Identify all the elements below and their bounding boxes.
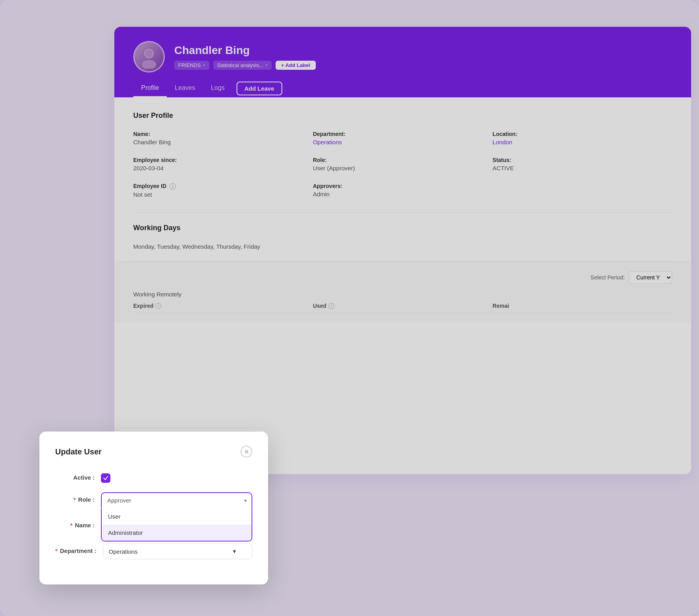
modal-header: Update User ✕ [55, 446, 252, 458]
expired-info-icon: i [155, 303, 161, 309]
name-required-star: * [70, 522, 73, 529]
tag-friends-close[interactable]: × [203, 63, 205, 67]
role-select-wrapper: Approver ▾ User Administrator [101, 492, 252, 508]
role-option-administrator[interactable]: Administrator [102, 525, 252, 541]
working-days-section: Working Days Monday, Tuesday, Wednesday,… [114, 213, 691, 261]
period-label: Select Period: [591, 274, 625, 281]
tab-logs[interactable]: Logs [203, 80, 233, 97]
field-approvers-label: Approvers: [313, 183, 493, 189]
department-select[interactable]: Operations ▾ [103, 543, 252, 559]
dept-chevron-icon: ▾ [233, 548, 236, 555]
field-status: Status: ACTIVE [492, 157, 672, 172]
field-employee-since: Employee since: 2020-03-04 [133, 157, 313, 172]
field-name: Name: Chandler Bing [133, 131, 313, 146]
leave-table-area: Select Period: Current Y Working Remotel… [114, 261, 691, 323]
col-used: Used i [313, 303, 493, 309]
field-role-value: User (Approver) [313, 165, 355, 171]
avatar [133, 41, 165, 73]
field-location-label: Location: [492, 131, 672, 137]
active-checkbox-wrap [101, 470, 252, 483]
used-info-icon: i [328, 303, 334, 309]
field-department: Department: Operations [313, 131, 493, 146]
working-days-value: Monday, Tuesday, Wednesday, Thursday, Fr… [133, 243, 672, 250]
col-remaining: Remai [492, 303, 672, 309]
working-days-title: Working Days [133, 224, 672, 232]
add-label-button[interactable]: + Add Label [276, 61, 316, 70]
dept-required-star: * [55, 547, 58, 554]
add-leave-button[interactable]: Add Leave [237, 82, 282, 95]
user-profile-title: User Profile [133, 112, 672, 120]
tab-profile[interactable]: Profile [133, 80, 167, 97]
svg-point-2 [145, 50, 153, 58]
field-department-value[interactable]: Operations [313, 139, 342, 145]
tag-statistical-label: Statistical analysis... [217, 62, 263, 68]
field-location: Location: London [492, 131, 672, 146]
role-control-wrap: Approver ▾ User Administrator [101, 492, 252, 508]
avatar-image [134, 42, 164, 71]
col-expired: Expired i [133, 303, 313, 309]
department-select-wrapper: Operations ▾ [103, 543, 252, 559]
tab-leaves[interactable]: Leaves [167, 80, 203, 97]
role-option-user[interactable]: User [102, 508, 252, 525]
nav-tabs: Profile Leaves Logs Add Leave [133, 80, 672, 97]
active-checkbox[interactable] [101, 473, 110, 483]
field-role-label: Role: [313, 157, 493, 163]
role-select-box[interactable]: Approver [101, 492, 252, 508]
active-row: Active : [55, 470, 252, 483]
period-select[interactable]: Current Y [629, 271, 672, 284]
field-location-value[interactable]: London [492, 139, 512, 145]
field-status-value: ACTIVE [492, 165, 514, 171]
tag-friends: FRIENDS × [174, 61, 209, 70]
role-dropdown-list: User Administrator [101, 508, 252, 542]
field-employee-id-value: Not set [133, 191, 152, 198]
role-row: * Role : Approver ▾ User Administrator [55, 492, 252, 508]
profile-header: Chandler Bing FRIENDS × Statistical anal… [114, 27, 691, 97]
modal-close-button[interactable]: ✕ [240, 446, 252, 458]
update-user-modal: Update User ✕ Active : * Role [39, 432, 268, 584]
field-name-value: Chandler Bing [133, 139, 171, 145]
field-department-label: Department: [313, 131, 493, 137]
period-selector: Select Period: Current Y [133, 271, 672, 284]
profile-name: Chandler Bing [174, 44, 672, 57]
department-row: * Department : Operations ▾ [55, 543, 252, 559]
tag-friends-label: FRIENDS [178, 62, 201, 68]
profile-grid: Name: Chandler Bing Department: Operatio… [133, 131, 672, 198]
role-required-star: * [73, 496, 76, 503]
field-employee-since-label: Employee since: [133, 157, 313, 163]
field-approvers-value: Admin [313, 191, 330, 197]
role-form-label: * Role : [55, 492, 95, 503]
field-employee-since-value: 2020-03-04 [133, 165, 164, 171]
working-remotely-label: Working Remotely [133, 291, 181, 298]
screen-wrapper: Chandler Bing FRIENDS × Statistical anal… [0, 0, 699, 616]
field-employee-id-label: Employee ID i [133, 183, 313, 190]
field-employee-id: Employee ID i Not set [133, 183, 313, 198]
tag-statistical: Statistical analysis... × [213, 61, 272, 70]
tag-statistical-close[interactable]: × [265, 63, 268, 67]
department-form-label: * Department : [55, 543, 97, 554]
modal-title: Update User [55, 447, 102, 456]
active-label: Active : [55, 470, 95, 481]
main-card: Chandler Bing FRIENDS × Statistical anal… [114, 27, 691, 474]
svg-point-1 [142, 60, 156, 69]
field-status-label: Status: [492, 157, 672, 163]
field-approvers: Approvers: Admin [313, 183, 493, 198]
table-header-row: Expired i Used i Remai [133, 303, 672, 313]
employee-id-info-icon: i [170, 183, 176, 190]
department-control-wrap: Operations ▾ [103, 543, 252, 559]
field-name-label: Name: [133, 131, 313, 137]
tags-row: FRIENDS × Statistical analysis... × + Ad… [174, 61, 672, 70]
profile-name-area: Chandler Bing FRIENDS × Statistical anal… [174, 44, 672, 70]
profile-body: User Profile Name: Chandler Bing Departm… [114, 97, 691, 212]
field-role: Role: User (Approver) [313, 157, 493, 172]
name-form-label: * Name : [55, 518, 95, 529]
